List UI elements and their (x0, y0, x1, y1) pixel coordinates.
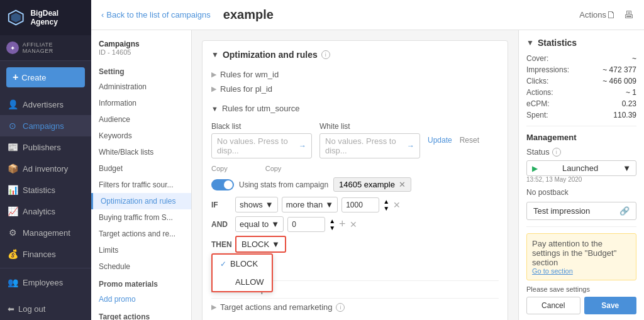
black-list-group: Black list No values. Press to disp... → (211, 122, 312, 158)
cancel-button[interactable]: Cancel (526, 297, 580, 314)
dropdown-item-block[interactable]: ✓ BLOCK (213, 255, 272, 273)
menu-item-budget[interactable]: Budget (91, 160, 191, 177)
stats-toggle[interactable] (211, 179, 234, 190)
status-info-icon[interactable]: i (552, 148, 561, 157)
go-to-section-link[interactable]: Go to section (532, 267, 573, 275)
document-icon[interactable]: 🗋 (606, 9, 616, 21)
back-button[interactable]: ‹ Back to the list of campaigns (101, 10, 211, 19)
sidebar-item-ad-inventory[interactable]: 📦 Ad inventory (0, 158, 91, 179)
sidebar-item-statistics[interactable]: 📊 Statistics (0, 179, 91, 201)
sidebar-item-label: Management (23, 228, 70, 238)
sidebar-item-label: Statistics (23, 185, 55, 195)
test-impression-button[interactable]: Test impression 🔗 (526, 202, 636, 220)
rule-utm-source: ▼ Rules for utm_source Black list No val… (211, 101, 499, 278)
sidebar-item-label: Employees (23, 278, 63, 287)
update-button[interactable]: Update (428, 136, 452, 145)
right-divider-2 (526, 226, 636, 227)
shows-select[interactable]: shows ▼ (235, 197, 278, 212)
menu-item-keywords[interactable]: Keywords (91, 128, 191, 144)
menu-item-information[interactable]: Information (91, 95, 191, 111)
white-list-arrow[interactable]: → (407, 141, 414, 150)
menu-item-target-actions[interactable]: Target actions and re... (91, 226, 191, 242)
stats-cover-value: ~ (632, 54, 636, 63)
warning-text: Pay attention to the settings in the "Bu… (532, 239, 616, 267)
rule-target-remarketing[interactable]: ▶ Target actions and remarketing i (211, 298, 499, 316)
target-info-icon[interactable]: i (336, 303, 345, 312)
then-row: THEN BLOCK ▼ ✓ BLOCK (211, 236, 499, 253)
rule-expand-arrow-icon: ▼ (211, 105, 218, 113)
sidebar-item-label: Ad inventory (23, 164, 68, 174)
sidebar-item-label: Analytics (23, 207, 55, 216)
dropdown-item-allow[interactable]: ALLOW (213, 273, 272, 291)
dropdown-block-label: BLOCK (230, 259, 258, 268)
actions-label[interactable]: Actions (579, 10, 606, 19)
status-select[interactable]: ▶ Launched ▼ (526, 160, 636, 176)
stats-collapse-arrow-icon[interactable]: ▼ (526, 38, 534, 47)
rule-pl-id[interactable]: ▶ Rules for pl_id (211, 82, 499, 96)
equal-to-select[interactable]: equal to ▼ (235, 216, 284, 232)
black-list-arrow[interactable]: → (299, 141, 306, 150)
stats-cover-row: Cover: ~ (526, 54, 636, 63)
ad-inventory-icon: 📦 (8, 163, 18, 174)
sidebar-item-campaigns[interactable]: ⊙ Campaigns (0, 115, 91, 136)
create-label: Create (21, 73, 46, 82)
campaign-tag-remove[interactable]: ✕ (399, 180, 406, 189)
action-buttons: Cancel Save (526, 297, 636, 314)
menu-item-audience[interactable]: Audience (91, 111, 191, 128)
campaign-sidebar: Campaigns ID - 14605 Setting Administrat… (91, 30, 192, 320)
if-label: IF (211, 201, 231, 209)
spin-up-icon[interactable]: ▲▼ (383, 198, 389, 212)
shows-value: shows (240, 200, 263, 209)
plus-icon: + (13, 72, 18, 83)
sidebar-logo: BigDeal Agency (0, 0, 91, 35)
if-value-input[interactable] (341, 197, 379, 212)
equal-to-arrow-icon: ▼ (271, 219, 279, 229)
sidebar: BigDeal Agency ✦ AFFILIATE MANAGER + Cre… (0, 0, 91, 320)
sidebar-item-management[interactable]: ⚙ Management (0, 222, 91, 243)
target-actions-label: Target actions (91, 307, 191, 320)
status-timestamp: 13:52, 13 May 2020 (526, 176, 636, 183)
sidebar-item-advertisers[interactable]: 👤 Advertisers (0, 94, 91, 115)
statistics-title: Statistics (538, 38, 577, 48)
menu-item-whiteblacklists[interactable]: White/Black lists (91, 144, 191, 160)
menu-item-schedule[interactable]: Schedule (91, 258, 191, 275)
add-promo-link[interactable]: Add promo (91, 291, 191, 307)
sidebar-item-analytics[interactable]: 📈 Analytics (0, 201, 91, 222)
stats-ecpm-value: 0.23 (622, 99, 636, 108)
add-condition-button[interactable]: + (339, 218, 346, 231)
rule-wm-id[interactable]: ▶ Rules for wm_id (211, 67, 499, 82)
setting-label: Setting (91, 62, 191, 79)
top-right-icons: 🗋 🖶 (606, 9, 634, 21)
sidebar-item-employees[interactable]: 👥 Employees (0, 272, 91, 293)
stats-spent-value: 110.39 (613, 111, 636, 119)
remove-if-button[interactable]: ✕ (393, 200, 401, 210)
rule-utm-source-header[interactable]: ▼ Rules for utm_source (211, 101, 499, 116)
sidebar-item-finances[interactable]: 💰 Finances (0, 243, 91, 265)
sidebar-item-label: Publishers (23, 143, 61, 152)
reset-button[interactable]: Reset (460, 136, 479, 145)
section-header[interactable]: ▼ Optimization and rules i (211, 50, 499, 60)
campaigns-icon: ⊙ (8, 121, 18, 131)
affiliate-icon: ✦ (6, 41, 19, 54)
white-list-input[interactable]: No values. Press to disp... → (319, 133, 420, 158)
black-list-input[interactable]: No values. Press to disp... → (211, 133, 312, 158)
create-button[interactable]: + Create (6, 67, 85, 87)
toggle-label: Using stats from campaign (239, 180, 328, 189)
logout-button[interactable]: ⬅ Log out (0, 298, 91, 320)
sidebar-item-publishers[interactable]: 📰 Publishers (0, 136, 91, 158)
info-icon[interactable]: i (321, 50, 330, 59)
menu-item-administration[interactable]: Administration (91, 79, 191, 95)
page-content: ▼ Optimization and rules i ▶ Rules for w… (192, 30, 518, 320)
save-button[interactable]: Save (584, 297, 637, 314)
rule-target-arrow-icon: ▶ (211, 303, 216, 311)
remove-and-button[interactable]: ✕ (350, 219, 357, 229)
menu-item-filters[interactable]: Filters for traffic sour... (91, 177, 191, 193)
then-select[interactable]: BLOCK ▼ (235, 236, 286, 253)
menu-item-limits[interactable]: Limits (91, 242, 191, 258)
and-value-input[interactable] (287, 217, 325, 232)
print-icon[interactable]: 🖶 (624, 9, 634, 21)
more-than-select[interactable]: more than ▼ (282, 197, 338, 212)
spin-and-icon[interactable]: ▲▼ (329, 218, 335, 231)
menu-item-buying[interactable]: Buying traffic from S... (91, 209, 191, 226)
menu-item-optimization[interactable]: Optimization and rules (91, 193, 191, 209)
